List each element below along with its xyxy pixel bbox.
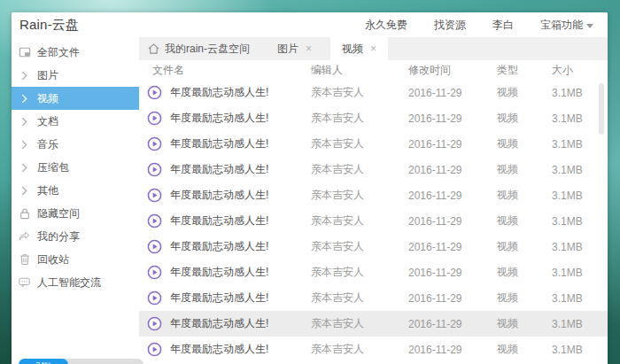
close-icon[interactable]: ×	[370, 43, 376, 55]
play-icon[interactable]	[144, 162, 164, 177]
file-size: 3.1MB	[552, 344, 608, 356]
table-row[interactable]: 年度最励志动感人生!亲本吉安人2016-11-29视频3.1MB	[139, 80, 608, 105]
table-row[interactable]: 年度最励志动感人生!亲本吉安人2016-11-29视频3.1MB	[139, 234, 608, 259]
file-size: 3.1MB	[552, 138, 608, 151]
file-name: 年度最励志动感人生!	[164, 111, 311, 126]
table-row[interactable]: 年度最励志动感人生!亲本吉安人2016-11-29视频3.1MB	[139, 259, 608, 285]
play-icon[interactable]	[144, 342, 164, 357]
file-size: 3.1MB	[552, 215, 608, 228]
file-size: 3.1MB	[552, 241, 608, 253]
file-editor: 亲本吉安人	[311, 188, 408, 203]
table-row[interactable]: 年度最励志动感人生!亲本吉安人2016-11-29视频3.1MB	[139, 208, 608, 234]
play-icon[interactable]	[144, 239, 164, 254]
sidebar-item-6[interactable]: 其他	[12, 179, 139, 202]
file-editor: 亲本吉安人	[311, 265, 408, 280]
sidebar-item-4[interactable]: 音乐	[12, 133, 139, 156]
play-icon[interactable]	[144, 85, 164, 100]
table-row[interactable]: 年度最励志动感人生!亲本吉安人2016-11-29视频3.1MB	[139, 285, 608, 311]
play-icon[interactable]	[144, 111, 164, 126]
sidebar-item-label: 全部文件	[37, 45, 80, 60]
file-type: 视频	[497, 316, 552, 331]
tab-label: 视频	[342, 42, 363, 57]
sidebar-item-label: 回收站	[37, 252, 69, 267]
sidebar-item-label: 人工智能交流	[37, 275, 101, 290]
file-modified: 2016-11-29	[408, 292, 497, 305]
play-icon[interactable]	[144, 265, 164, 280]
sidebar-item-1[interactable]: 图片	[12, 64, 139, 87]
play-icon[interactable]	[144, 316, 164, 331]
file-type: 视频	[497, 111, 552, 126]
header-link-0[interactable]: 永久免费	[365, 18, 407, 33]
column-header-type[interactable]: 类型	[497, 63, 552, 78]
scrollbar-thumb[interactable]	[599, 83, 604, 135]
table-row[interactable]: 年度最励志动感人生!亲本吉安人2016-11-29视频3.1MB	[139, 105, 608, 131]
file-modified: 2016-11-29	[408, 87, 497, 99]
main-area: 我的rain-云盘空间 图片×视频× 文件名 编辑人 修改时间 类型 大小 年度…	[139, 37, 608, 364]
file-type: 视频	[497, 265, 552, 280]
storage-progressbar: 34%	[19, 359, 143, 364]
sidebar-item-label: 其他	[37, 183, 58, 198]
file-type: 视频	[497, 188, 552, 203]
column-header-editor[interactable]: 编辑人	[311, 63, 408, 78]
sidebar-item-label: 图片	[37, 68, 58, 83]
play-icon[interactable]	[144, 290, 164, 306]
table-row[interactable]: 年度最励志动感人生!亲本吉安人2016-11-29视频3.1MB	[139, 311, 608, 337]
file-modified: 2016-11-29	[408, 190, 497, 202]
sidebar-item-2[interactable]: 视频	[12, 87, 139, 110]
sidebar-item-5[interactable]: 压缩包	[12, 156, 139, 179]
sidebar-item-9[interactable]: 回收站	[12, 248, 139, 271]
file-name: 年度最励志动感人生!	[164, 290, 311, 306]
tab-1[interactable]: 视频×	[330, 37, 388, 60]
file-type: 视频	[497, 342, 552, 357]
table-row[interactable]: 年度最励志动感人生!亲本吉安人2016-11-29视频3.1MB	[139, 131, 608, 157]
close-icon[interactable]: ×	[306, 43, 312, 55]
header-link-2[interactable]: 李白	[492, 18, 514, 33]
sidebar-item-8[interactable]: 我的分享	[12, 225, 139, 248]
sidebar-item-label: 压缩包	[37, 160, 69, 175]
chat-icon	[18, 277, 31, 288]
sidebar-item-3[interactable]: 文档	[12, 110, 139, 133]
file-type: 视频	[497, 85, 552, 100]
file-type: 视频	[497, 213, 552, 228]
file-type: 视频	[497, 136, 552, 151]
column-header-filename[interactable]: 文件名	[139, 63, 311, 78]
header-links: 永久免费找资源李白宝箱功能	[365, 18, 608, 33]
file-editor: 亲本吉安人	[311, 239, 408, 254]
breadcrumb[interactable]: 我的rain-云盘空间	[139, 37, 259, 60]
table-row[interactable]: 年度最励志动感人生!亲本吉安人2016-11-29视频3.1MB	[139, 182, 608, 208]
chevron-right-icon	[18, 163, 31, 173]
all-files-icon	[18, 46, 31, 58]
header-link-3[interactable]: 宝箱功能	[540, 18, 593, 33]
storage-progress-fill: 34%	[19, 359, 68, 364]
play-icon[interactable]	[144, 188, 164, 203]
sidebar-item-0[interactable]: 全部文件	[12, 41, 139, 64]
home-icon	[148, 43, 159, 54]
file-name: 年度最励志动感人生!	[164, 85, 311, 100]
storage-percent: 34%	[35, 360, 51, 364]
file-modified: 2016-11-29	[408, 241, 497, 253]
file-name: 年度最励志动感人生!	[164, 162, 311, 177]
breadcrumb-label: 我的rain-云盘空间	[165, 42, 250, 57]
tab-bar: 我的rain-云盘空间 图片×视频×	[139, 37, 608, 60]
play-icon[interactable]	[144, 213, 164, 228]
sidebar-item-label: 我的分享	[37, 229, 80, 244]
table-row[interactable]: 年度最励志动感人生!亲本吉安人2016-11-29视频3.1MB	[139, 157, 608, 182]
file-size: 3.1MB	[552, 318, 608, 330]
column-header-modified[interactable]: 修改时间	[408, 63, 497, 78]
play-icon[interactable]	[144, 136, 164, 151]
table-header: 文件名 编辑人 修改时间 类型 大小	[139, 60, 608, 80]
column-header-size[interactable]: 大小	[552, 63, 608, 78]
file-name: 年度最励志动感人生!	[164, 265, 311, 280]
table-row[interactable]: 年度最励志动感人生!亲本吉安人2016-11-29视频3.1MB	[139, 337, 608, 362]
file-modified: 2016-11-29	[408, 267, 497, 279]
sidebar-item-7[interactable]: 隐藏空间	[12, 202, 139, 225]
share-icon	[18, 231, 31, 242]
file-size: 3.1MB	[552, 292, 608, 305]
tab-0[interactable]: 图片×	[266, 37, 323, 60]
sidebar-item-label: 文档	[37, 114, 58, 129]
header-link-1[interactable]: 找资源	[434, 18, 466, 33]
file-name: 年度最励志动感人生!	[164, 342, 311, 357]
sidebar-item-10[interactable]: 人工智能交流	[12, 271, 139, 294]
chevron-right-icon	[18, 186, 31, 196]
file-size: 3.1MB	[552, 164, 608, 176]
